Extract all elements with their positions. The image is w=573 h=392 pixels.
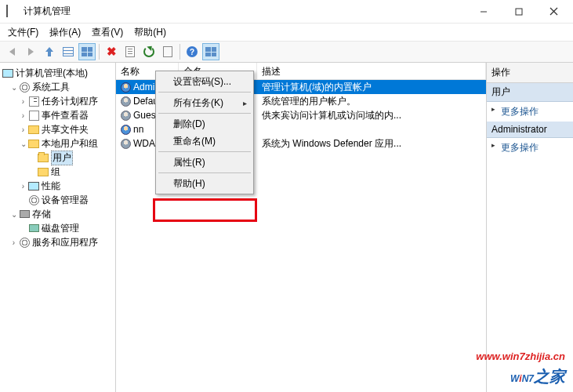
toolbar-separator-2: [180, 44, 180, 60]
show-list-button[interactable]: [78, 43, 96, 60]
tree-eventviewer[interactable]: ›事件查看器: [2, 108, 115, 122]
user-icon: [121, 82, 131, 93]
tree-root[interactable]: 计算机管理(本地): [2, 66, 115, 80]
toolbar-separator: [99, 44, 100, 60]
toolbar: ✖ ?: [0, 41, 573, 63]
ctx-separator: [158, 113, 251, 114]
user-icon: [121, 96, 131, 107]
ctx-properties[interactable]: 属性(R): [158, 154, 252, 171]
tree-scheduler[interactable]: ›任务计划程序: [2, 94, 115, 108]
ctx-separator: [158, 151, 251, 152]
help-button[interactable]: ?: [183, 43, 201, 60]
delete-button[interactable]: ✖: [103, 43, 120, 60]
user-icon: [121, 111, 131, 121]
export-button[interactable]: [159, 43, 176, 60]
close-button[interactable]: [536, 1, 571, 23]
forward-button: [22, 43, 39, 60]
user-icon: [121, 139, 131, 149]
minimize-button[interactable]: [466, 1, 501, 23]
tree-storage[interactable]: ⌄存储: [2, 207, 115, 221]
grid-view-button[interactable]: [202, 43, 219, 60]
actions-more-2[interactable]: 更多操作: [487, 138, 573, 158]
tree-groups[interactable]: 组: [2, 165, 115, 179]
tree-devmgr[interactable]: 设备管理器: [2, 193, 115, 207]
tree-users[interactable]: 用户: [2, 151, 115, 165]
tree-shared[interactable]: ›共享文件夹: [2, 122, 115, 136]
ctx-separator: [158, 92, 251, 93]
tree-perf[interactable]: ›性能: [2, 179, 115, 193]
properties-button[interactable]: [121, 43, 139, 60]
menu-view[interactable]: 查看(V): [87, 24, 128, 41]
tree-diskmgr[interactable]: 磁盘管理: [2, 221, 115, 235]
show-tree-button[interactable]: [60, 43, 77, 60]
tree-localusers[interactable]: ⌄本地用户和组: [2, 136, 115, 151]
user-icon: [121, 125, 131, 135]
ctx-delete[interactable]: 删除(D): [158, 115, 252, 132]
context-menu: 设置密码(S)... 所有任务(K) 删除(D) 重命名(M) 属性(R) 帮助…: [155, 71, 254, 194]
titlebar: 计算机管理: [0, 0, 573, 24]
actions-header: 操作: [487, 63, 573, 83]
actions-more-1[interactable]: 更多操作: [487, 102, 573, 122]
tree-systools[interactable]: ⌄系统工具: [2, 80, 115, 94]
refresh-button[interactable]: [140, 43, 158, 60]
ctx-all-tasks[interactable]: 所有任务(K): [158, 94, 252, 111]
ctx-rename[interactable]: 重命名(M): [158, 132, 252, 150]
app-icon: [6, 5, 19, 18]
actions-section-admin: Administrator: [487, 122, 573, 138]
svg-rect-1: [516, 9, 522, 15]
back-button: [3, 43, 20, 60]
ctx-help[interactable]: 帮助(H): [158, 175, 252, 192]
window-title: 计算机管理: [24, 5, 466, 18]
actions-section-users: 用户: [487, 83, 573, 102]
column-desc[interactable]: 描述: [257, 63, 486, 79]
tree-services[interactable]: ›服务和应用程序: [2, 235, 115, 249]
menubar: 文件(F) 操作(A) 查看(V) 帮助(H): [0, 24, 573, 41]
ctx-set-password[interactable]: 设置密码(S)...: [158, 73, 252, 90]
tree-pane: 计算机管理(本地) ⌄系统工具 ›任务计划程序 ›事件查看器 ›共享文件夹 ⌄本…: [0, 63, 116, 392]
ctx-separator: [158, 172, 251, 173]
up-button[interactable]: [41, 43, 58, 60]
menu-file[interactable]: 文件(F): [3, 24, 43, 41]
menu-help[interactable]: 帮助(H): [129, 24, 171, 41]
maximize-button[interactable]: [501, 1, 536, 23]
watermark: www.win7zhijia.cn WiN7之家: [476, 350, 565, 387]
actions-pane: 操作 用户 更多操作 Administrator 更多操作: [487, 63, 573, 392]
menu-action[interactable]: 操作(A): [45, 24, 85, 41]
